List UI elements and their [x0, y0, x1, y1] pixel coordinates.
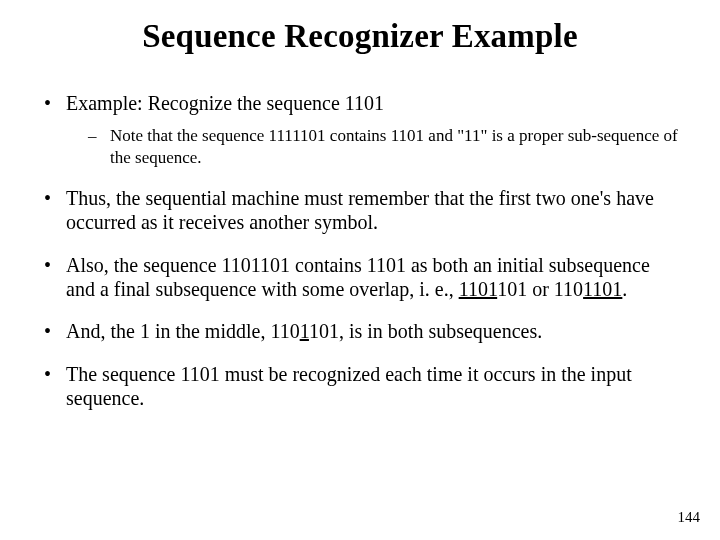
bullet-and: And, the 1 in the middle, 1101101, is in…	[42, 319, 678, 343]
sub-list: Note that the sequence 1111101 contains …	[66, 125, 678, 168]
seg-post: .	[622, 278, 627, 300]
seg-pre: And, the 1 in the middle, 110	[66, 320, 300, 342]
seg-underline: 1	[300, 320, 309, 342]
bullet-text: Example: Recognize the sequence 1101	[66, 92, 384, 114]
seg-underline-1: 1101	[459, 278, 498, 300]
bullet-list: Example: Recognize the sequence 1101 Not…	[42, 91, 678, 411]
bullet-also: Also, the sequence 1101101 contains 1101…	[42, 253, 678, 302]
slide: Sequence Recognizer Example Example: Rec…	[0, 0, 720, 540]
seg-post: 101, is in both subsequences.	[309, 320, 542, 342]
seg-underline-2: 1101	[583, 278, 622, 300]
sub-bullet-note: Note that the sequence 1111101 contains …	[88, 125, 678, 168]
slide-title: Sequence Recognizer Example	[0, 0, 720, 55]
bullet-recognized: The sequence 1101 must be recognized eac…	[42, 362, 678, 411]
page-number: 144	[678, 509, 701, 526]
bullet-example: Example: Recognize the sequence 1101 Not…	[42, 91, 678, 168]
seg-mid: 101 or 110	[497, 278, 583, 300]
bullet-thus: Thus, the sequential machine must rememb…	[42, 186, 678, 235]
slide-body: Example: Recognize the sequence 1101 Not…	[0, 55, 720, 411]
bullet-text: Thus, the sequential machine must rememb…	[66, 187, 654, 233]
bullet-text: The sequence 1101 must be recognized eac…	[66, 363, 632, 409]
sub-bullet-text: Note that the sequence 1111101 contains …	[110, 126, 678, 166]
